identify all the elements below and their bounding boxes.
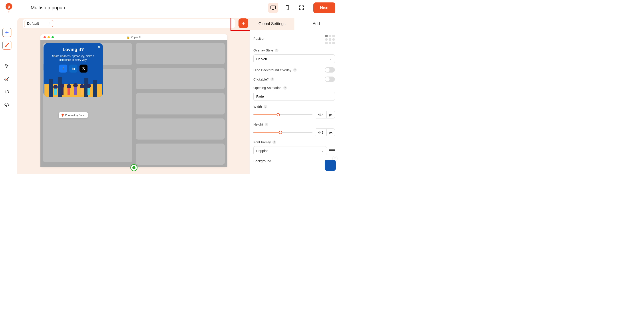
chevron-down-icon: ⌄ xyxy=(329,94,332,98)
rail-design-button[interactable] xyxy=(2,41,11,50)
page-title: Multistep popup xyxy=(31,5,268,11)
x-icon[interactable]: 𝕏 xyxy=(80,64,88,72)
facebook-icon[interactable]: f xyxy=(59,64,67,72)
svg-point-27 xyxy=(62,114,64,116)
chevron-down-icon: ⌄ xyxy=(321,149,324,153)
svg-point-5 xyxy=(287,9,288,9)
chevron-down-icon: ⌄ xyxy=(329,57,332,61)
overlay-style-select[interactable]: Darken ⌄ xyxy=(254,54,335,63)
svg-rect-2 xyxy=(271,6,276,9)
help-icon[interactable]: ? xyxy=(275,48,278,52)
placeholder-block xyxy=(136,43,225,64)
rail-target-button[interactable] xyxy=(2,74,11,83)
app-logo: p xyxy=(4,3,13,13)
canvas-area: Default ⋮ + 🔒 Poper AI xyxy=(17,18,250,174)
device-preview-group xyxy=(268,3,307,13)
poper-logo-icon xyxy=(61,114,64,117)
traffic-light-max xyxy=(52,36,54,38)
preview-popup[interactable]: ✕ Loving it? Share kindness, spread joy,… xyxy=(44,43,103,97)
svg-rect-3 xyxy=(272,9,274,10)
settings-panel: Global Settings Add Position Overlay Sty… xyxy=(250,18,338,174)
preview-browser: 🔒 Poper AI ✕ L xyxy=(40,34,228,167)
svg-point-21 xyxy=(73,83,78,88)
code-icon xyxy=(4,102,10,107)
plus-icon: + xyxy=(242,20,245,26)
clickable-toggle[interactable] xyxy=(325,76,335,82)
add-step-button[interactable]: + xyxy=(238,18,248,28)
placeholder-block xyxy=(136,144,225,165)
rail-code-button[interactable] xyxy=(2,100,11,109)
width-input[interactable] xyxy=(315,111,326,118)
help-icon[interactable]: ? xyxy=(264,105,267,108)
svg-text:p: p xyxy=(8,4,10,9)
placeholder-block xyxy=(136,68,225,89)
svg-point-23 xyxy=(80,84,84,88)
panel-tabs: Global Settings Add xyxy=(250,18,338,30)
svg-point-17 xyxy=(60,84,64,88)
rail-interact-button[interactable] xyxy=(2,62,11,70)
help-icon[interactable]: ? xyxy=(270,77,274,81)
fullscreen-button[interactable] xyxy=(296,3,307,13)
popup-socials: f in 𝕏 xyxy=(47,64,100,72)
tab-add[interactable]: Add xyxy=(294,18,339,30)
main-area: Default ⋮ + 🔒 Poper AI xyxy=(17,18,338,174)
width-slider[interactable] xyxy=(254,114,312,115)
browser-url: 🔒 Poper AI xyxy=(126,36,141,39)
desktop-preview-button[interactable] xyxy=(268,3,278,13)
svg-rect-16 xyxy=(54,88,57,95)
next-button[interactable]: Next xyxy=(313,2,335,13)
annotation-arrow xyxy=(244,31,250,95)
more-vertical-icon[interactable]: ⋮ xyxy=(41,21,50,26)
font-family-label: Font Family xyxy=(254,140,271,144)
linkedin-icon[interactable]: in xyxy=(69,64,77,72)
tab-global-settings[interactable]: Global Settings xyxy=(250,18,294,30)
height-unit[interactable]: px xyxy=(326,129,335,136)
lock-icon: 🔒 xyxy=(126,36,130,39)
help-widget[interactable] xyxy=(325,160,336,171)
cursor-click-icon xyxy=(4,64,9,68)
svg-rect-26 xyxy=(88,88,90,95)
powered-by-badge[interactable]: Powered by Poper xyxy=(59,112,88,118)
position-picker[interactable] xyxy=(325,35,335,44)
svg-point-19 xyxy=(66,84,71,88)
height-input[interactable] xyxy=(315,129,326,136)
mobile-preview-button[interactable] xyxy=(282,3,292,13)
width-unit[interactable]: px xyxy=(326,111,335,118)
clickable-label: Clickable? xyxy=(254,77,269,81)
height-label: Height xyxy=(254,122,263,126)
traffic-light-min xyxy=(48,36,50,38)
font-family-select[interactable]: Poppins ⌄ xyxy=(254,146,327,155)
desktop-icon xyxy=(270,5,276,10)
help-icon[interactable]: ? xyxy=(265,123,268,126)
step-chip-label: Default xyxy=(27,22,39,26)
help-icon[interactable]: ? xyxy=(293,68,297,72)
rail-ai-button[interactable] xyxy=(2,28,11,37)
target-icon xyxy=(4,76,10,81)
step-chip-default[interactable]: Default ⋮ xyxy=(24,20,53,27)
sparkle-icon xyxy=(4,30,9,35)
svg-rect-20 xyxy=(68,88,70,95)
help-icon[interactable]: ? xyxy=(272,140,276,144)
overlay-style-label: Overlay Style xyxy=(254,48,273,52)
placeholder-block xyxy=(136,118,225,140)
add-step-highlight: + xyxy=(230,18,250,31)
height-slider[interactable] xyxy=(254,132,312,133)
svg-point-25 xyxy=(86,84,91,88)
height-input-group: px xyxy=(315,128,335,136)
resize-handle[interactable] xyxy=(130,164,138,171)
position-label: Position xyxy=(254,37,265,40)
rail-link-button[interactable] xyxy=(2,87,11,96)
link-icon xyxy=(4,89,9,94)
width-label: Width xyxy=(254,105,262,108)
help-icon[interactable]: ? xyxy=(283,86,287,90)
popup-close-button[interactable]: ✕ xyxy=(98,45,100,49)
popup-title: Loving it? xyxy=(47,47,100,52)
browser-chrome: 🔒 Poper AI xyxy=(40,34,228,40)
browser-body: ✕ Loving it? Share kindness, spread joy,… xyxy=(40,40,228,167)
opening-anim-select[interactable]: Fade In ⌄ xyxy=(254,92,335,101)
svg-rect-24 xyxy=(81,88,84,95)
hide-overlay-toggle[interactable] xyxy=(325,67,335,72)
traffic-light-close xyxy=(44,36,46,38)
fullscreen-icon xyxy=(299,5,304,10)
font-options-button[interactable] xyxy=(329,148,335,154)
